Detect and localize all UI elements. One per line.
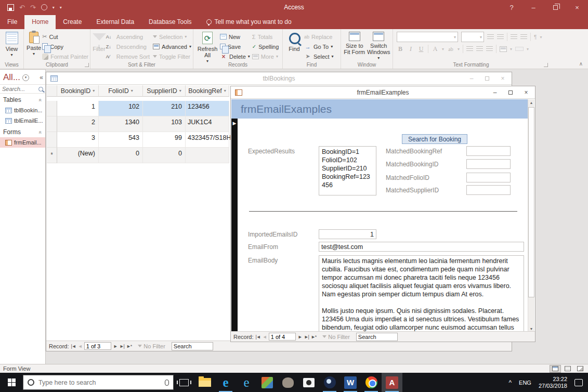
select-button[interactable]: ➤Select▾ <box>304 53 334 60</box>
record-position-box[interactable] <box>84 342 111 350</box>
restore-button[interactable] <box>544 0 566 15</box>
column-dropdown-icon[interactable]: ▾ <box>179 88 181 93</box>
go-to-button[interactable]: →Go To▾ <box>304 43 334 50</box>
row-selector[interactable] <box>47 116 57 132</box>
column-header-folioid[interactable]: FolioID▾ <box>99 85 143 97</box>
layout-view-button[interactable] <box>562 365 573 373</box>
help-button[interactable]: ? <box>501 0 522 15</box>
cell-folioid-new[interactable]: 0 <box>99 148 143 163</box>
scrollbar-thumb[interactable] <box>528 107 534 297</box>
cell-bookingid[interactable]: 2 <box>57 116 99 132</box>
form-titlebar[interactable]: frmEmailExamples – × <box>231 86 535 99</box>
imported-emails-id-field[interactable] <box>319 229 376 239</box>
email-body-field[interactable]: Mauris lectus magnis elementum leo lacin… <box>319 255 524 332</box>
select-all-stub[interactable] <box>47 85 57 97</box>
row-selector[interactable] <box>47 132 57 148</box>
last-record-button[interactable]: ►| <box>304 334 309 339</box>
taskbar-search-input[interactable] <box>38 379 161 386</box>
design-view-button[interactable] <box>574 365 586 373</box>
microphone-icon[interactable] <box>165 380 169 386</box>
gimp-button[interactable] <box>278 373 298 392</box>
cell-supplierid[interactable]: 210 <box>143 101 186 116</box>
cell-bookingid[interactable]: 3 <box>57 132 99 148</box>
record-selector-bar[interactable]: ▶ <box>231 119 238 333</box>
expected-results-field[interactable]: BookingID=1 FolioID=102 SupplierID=210 B… <box>319 146 376 195</box>
column-dropdown-icon[interactable]: ▾ <box>93 88 95 93</box>
taskbar-clock[interactable]: 23:22 27/03/2018 <box>539 376 567 389</box>
cell-supplierid-new[interactable]: 0 <box>143 148 186 163</box>
cell-supplierid[interactable]: 99 <box>143 132 186 148</box>
spelling-button[interactable]: ✓Spelling <box>252 43 279 50</box>
nav-group-tables[interactable]: Tables « <box>0 94 45 105</box>
maximize-button[interactable] <box>479 72 495 85</box>
action-center-icon[interactable] <box>574 379 583 386</box>
tab-file[interactable]: File <box>0 15 24 29</box>
scroll-up-icon[interactable]: ▲ <box>528 99 534 107</box>
first-record-button[interactable]: |◄ <box>256 334 260 339</box>
nav-pane-menu-icon[interactable]: ▾ <box>22 74 29 81</box>
minimize-button[interactable]: – <box>464 72 479 85</box>
advanced-button[interactable]: Advanced▾ <box>153 43 191 50</box>
next-record-button[interactable]: ► <box>298 334 302 339</box>
save-record-button[interactable]: Save <box>220 43 250 50</box>
access-button[interactable]: A <box>382 373 402 392</box>
refresh-all-button[interactable]: ⟳ Refresh All ▾ <box>195 31 220 61</box>
delete-record-button[interactable]: ×Delete▾ <box>220 53 250 60</box>
word-button[interactable]: W <box>340 373 361 392</box>
record-search-input[interactable] <box>172 342 213 350</box>
maximize-button[interactable] <box>503 86 518 99</box>
first-record-button[interactable]: |◄ <box>71 344 76 349</box>
form-view-button[interactable] <box>550 365 561 373</box>
email-from-field[interactable] <box>319 242 524 252</box>
size-to-fit-form-button[interactable]: Size to Fit Form <box>343 31 367 61</box>
tblbookings-titlebar[interactable]: tblBookings – × <box>46 72 512 85</box>
cell-bookingid[interactable]: 1 <box>57 101 99 116</box>
no-filter-indicator[interactable]: No Filter <box>138 343 165 349</box>
collapse-ribbon-icon[interactable]: ∧ <box>579 61 583 67</box>
matched-booking-id-field[interactable] <box>466 159 511 169</box>
task-view-button[interactable] <box>174 373 194 392</box>
search-for-booking-button[interactable]: Search for Booking <box>402 134 467 144</box>
nav-search-icon[interactable] <box>38 87 43 92</box>
steam-button[interactable] <box>319 373 340 392</box>
edge-button[interactable]: e <box>215 373 236 392</box>
clipboard-dialog-launcher[interactable] <box>85 63 89 67</box>
tab-database-tools[interactable]: Database Tools <box>141 15 199 29</box>
show-hidden-icons-button[interactable]: ^ <box>508 379 512 386</box>
camera-button[interactable] <box>298 373 319 392</box>
language-indicator[interactable]: ENG <box>519 380 531 386</box>
text-formatting-dialog-launcher[interactable] <box>544 63 548 67</box>
close-button[interactable]: × <box>495 72 511 85</box>
cut-button[interactable]: ✂Cut <box>42 33 88 41</box>
shutter-bar-close-icon[interactable]: « <box>40 74 43 81</box>
cell-supplierid[interactable]: 103 <box>143 116 186 132</box>
cell-bookingid-new[interactable]: (New) <box>57 148 99 163</box>
collapse-group-icon[interactable]: « <box>38 130 44 134</box>
last-record-button[interactable]: ►| <box>120 344 124 349</box>
start-button[interactable] <box>0 373 23 392</box>
paste-button[interactable]: Paste ▾ <box>25 31 42 61</box>
new-record-button[interactable]: ►* <box>126 344 132 349</box>
record-search-input[interactable] <box>356 333 398 341</box>
minimize-button[interactable]: – <box>487 86 503 99</box>
cell-bookingref-new[interactable] <box>186 148 229 163</box>
new-row-selector[interactable]: * <box>47 148 57 163</box>
new-record-button[interactable]: ►* <box>311 334 316 339</box>
no-filter-indicator[interactable]: No Filter <box>322 334 350 340</box>
view-button[interactable]: View ▾ <box>2 31 22 61</box>
photos-button[interactable] <box>257 373 278 392</box>
matched-folio-id-field[interactable] <box>466 173 511 182</box>
cell-bookingref[interactable]: JUK1C4 <box>186 116 229 132</box>
cell-folioid[interactable]: 102 <box>99 101 143 116</box>
next-record-button[interactable]: ► <box>113 344 117 349</box>
nav-pane-title[interactable]: All... <box>3 72 20 83</box>
nav-item-tblemailexamples[interactable]: tblEmailE... <box>0 115 45 126</box>
column-header-bookingref[interactable]: BookingRef▾ <box>186 85 229 97</box>
column-header-supplierid[interactable]: SupplierID▾ <box>143 85 186 97</box>
record-position-box[interactable] <box>269 333 296 341</box>
matched-supplier-id-field[interactable] <box>466 185 511 195</box>
copy-button[interactable]: Copy <box>42 43 88 50</box>
chrome-button[interactable] <box>361 373 382 392</box>
form-vertical-scrollbar[interactable]: ▲ ▼ <box>528 99 534 333</box>
tab-external-data[interactable]: External Data <box>89 15 141 29</box>
